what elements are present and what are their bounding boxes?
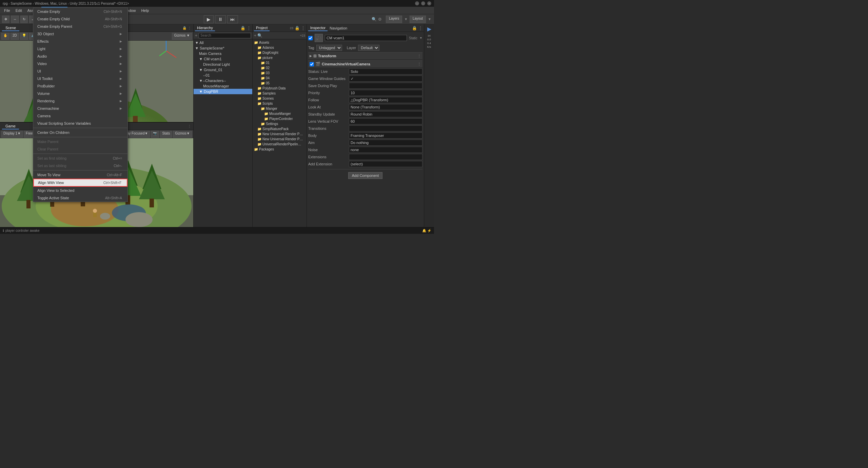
project-folder-14[interactable]: 📁MouseManger	[253, 111, 307, 116]
hierarchy-lock-icon[interactable]: 🔒	[240, 26, 245, 30]
toolbar-rotate-btn[interactable]: ↻	[20, 16, 28, 23]
project-folder-18[interactable]: 📁New Universal Render Pipeline Asse	[253, 131, 307, 137]
hierarchy-item-2[interactable]: Main Camera	[194, 51, 252, 56]
field-value[interactable]: Do nothing	[349, 140, 422, 146]
menu-file[interactable]: File	[1, 7, 13, 14]
hierarchy-item-6[interactable]: --01	[194, 73, 252, 78]
hierarchy-item-5[interactable]: ▼ Ground_01	[194, 67, 252, 73]
cinemachine-enabled-checkbox[interactable]	[310, 62, 314, 66]
scene-light-btn[interactable]: 💡	[20, 33, 28, 40]
layers-button[interactable]: Layers	[386, 16, 402, 23]
hierarchy-search-input[interactable]	[199, 33, 251, 38]
project-folder-2[interactable]: 📁DogKnight	[253, 50, 307, 55]
project-folder-8[interactable]: 📁05	[253, 81, 307, 86]
menu-item-effects[interactable]: Effects▶	[33, 38, 127, 45]
add-component-button[interactable]: Add Component	[348, 172, 383, 179]
menu-item-volume[interactable]: Volume▶	[33, 90, 127, 97]
right-play-icon[interactable]: ▶	[427, 26, 431, 32]
scene-lock-icon[interactable]: 🔒	[182, 26, 186, 30]
scene-menu-icon[interactable]: ⋮	[188, 26, 191, 30]
cinemachine-component-header[interactable]: 🎬 CinemachineVirtualCamera ⋮	[308, 60, 422, 67]
object-name-input[interactable]	[325, 35, 407, 41]
pause-button[interactable]: ⏸	[215, 15, 226, 23]
hierarchy-item-1[interactable]: ▼ SampleScene*	[194, 45, 252, 51]
field-value[interactable]: none	[349, 147, 422, 153]
toolbar-move-btn[interactable]: ↔	[11, 16, 19, 23]
hierarchy-item-0[interactable]: ▼ All	[194, 40, 252, 45]
field-value[interactable]	[349, 83, 422, 89]
scene-2d-btn[interactable]: 2D	[11, 33, 19, 40]
menu-item-video[interactable]: Video▶	[33, 60, 127, 67]
field-value[interactable]	[349, 154, 422, 160]
tag-select[interactable]: Untagged	[316, 45, 342, 51]
tab-inspector[interactable]: Inspector	[308, 25, 328, 31]
project-folder-16[interactable]: 📁Settings	[253, 121, 307, 126]
field-value[interactable]: △DogPBR (Transform)	[349, 97, 422, 103]
project-folder-4[interactable]: 📁01	[253, 60, 307, 65]
project-folder-11[interactable]: 📁Scenes	[253, 96, 307, 101]
menu-item-ui-toolkit[interactable]: UI Toolkit▶	[33, 75, 127, 82]
project-folder-6[interactable]: 📁03	[253, 70, 307, 76]
menu-item-center-on-children[interactable]: Center On Children	[33, 129, 127, 136]
project-folder-21[interactable]: 📁Packages	[253, 147, 307, 152]
project-folder-3[interactable]: 📁picture	[253, 55, 307, 60]
menu-item-cinemachine[interactable]: Cinemachine▶	[33, 105, 127, 112]
scene-gizmo-btn[interactable]: Gizmos ▼	[172, 33, 192, 40]
menu-item-create-empty-parent[interactable]: Create Empty ParentCtrl+Shift+G	[33, 23, 127, 30]
layer-select[interactable]: Default	[358, 45, 379, 51]
project-folder-9[interactable]: 📁Polybrush Data	[253, 86, 307, 91]
menu-item-align-view-to-selected[interactable]: Align View to Selected	[33, 187, 127, 194]
game-cam-icon[interactable]: 📷	[151, 131, 159, 138]
project-folder-12[interactable]: 📁Scripts	[253, 101, 307, 106]
project-folder-0[interactable]: 📁Assets	[253, 40, 307, 45]
menu-item-visual-scripting-scene-variables[interactable]: Visual Scripting Scene Variables	[33, 120, 127, 127]
menu-item-toggle-active-state[interactable]: Toggle Active StateAlt+Shift+A	[33, 194, 127, 202]
menu-item-3d-object[interactable]: 3D Object▶	[33, 30, 127, 38]
hierarchy-menu-icon[interactable]: ⋮	[247, 26, 251, 30]
project-folder-19[interactable]: 📁New Universal Render Pipeline Asse	[253, 137, 307, 142]
field-value[interactable]: Framing Transposer	[349, 133, 422, 139]
hierarchy-item-4[interactable]: Directional Light	[194, 62, 252, 67]
field-value[interactable]: ✓	[349, 76, 422, 82]
menu-item-camera[interactable]: Camera	[33, 112, 127, 120]
layout-button[interactable]: Layout	[410, 16, 426, 23]
hierarchy-item-9[interactable]: ▼ DogPBR	[194, 89, 252, 94]
game-display-btn[interactable]: Display 1▼	[1, 131, 23, 138]
menu-item-ui[interactable]: UI▶	[33, 67, 127, 75]
tab-game[interactable]: Game	[2, 123, 19, 129]
menu-item-rendering[interactable]: Rendering▶	[33, 97, 127, 105]
project-folder-17[interactable]: 📁SimplNaturePack	[253, 126, 307, 131]
hierarchy-item-7[interactable]: ▼--Characters--	[194, 78, 252, 83]
tab-hierarchy[interactable]: Hierarchy	[195, 25, 215, 31]
cinemachine-options-icon[interactable]: ⋮	[417, 62, 421, 66]
toolbar-transform-btn[interactable]: ✥	[2, 16, 9, 23]
field-value[interactable]: 60	[349, 118, 422, 124]
maximize-button[interactable]: □	[421, 1, 425, 5]
menu-item-create-empty[interactable]: Create EmptyCtrl+Shift+N	[33, 8, 127, 15]
project-folder-10[interactable]: 📁Samples	[253, 91, 307, 96]
menu-help[interactable]: Help	[138, 7, 152, 14]
transform-component-header[interactable]: ▶ ⊞ Transform ⋮	[308, 52, 422, 59]
project-folder-20[interactable]: 📁UniversalRenderPipelineGlobalSetti	[253, 142, 307, 147]
play-button[interactable]: ▶	[204, 15, 214, 23]
field-value[interactable]: Solo	[349, 68, 422, 75]
menu-item-light[interactable]: Light▶	[33, 45, 127, 53]
hierarchy-item-8[interactable]: MouseManager	[194, 83, 252, 89]
game-gizmos-btn[interactable]: Gizmos▼	[173, 131, 192, 138]
field-value[interactable]: None (Transform)	[349, 104, 422, 110]
tab-scene[interactable]: Scene	[2, 25, 19, 31]
inspector-menu-icon[interactable]: ⋮	[418, 26, 422, 30]
step-button[interactable]: ⏭	[227, 15, 238, 23]
project-search-icon[interactable]: 🔍	[257, 33, 262, 38]
game-stats-btn[interactable]: Stats	[160, 131, 172, 138]
object-active-checkbox[interactable]	[308, 36, 313, 40]
field-value[interactable]: Round Robin	[349, 111, 422, 117]
field-value[interactable]: (select)	[349, 161, 422, 167]
menu-item-probuilder[interactable]: ProBuilder▶	[33, 82, 127, 90]
game-menu-icon[interactable]: ⋮	[188, 124, 191, 128]
project-folder-13[interactable]: 📁Manger	[253, 106, 307, 111]
field-value[interactable]	[349, 125, 422, 131]
project-folder-15[interactable]: 📁PlayerControler	[253, 116, 307, 121]
hierarchy-item-3[interactable]: ▼ CM vcam1	[194, 56, 252, 62]
project-folder-5[interactable]: 📁02	[253, 65, 307, 70]
